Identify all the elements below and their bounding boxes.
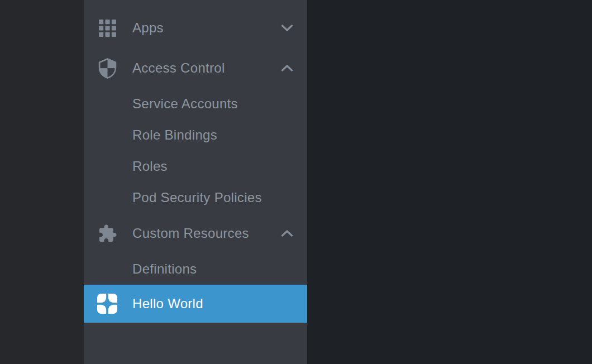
sidebar-group-apps[interactable]: Apps xyxy=(84,8,307,48)
app-window: Apps xyxy=(0,0,592,364)
sidebar-item-roles[interactable]: Roles xyxy=(84,151,307,182)
sidebar-item-label: Role Bindings xyxy=(132,127,217,143)
sidebar-item-service-accounts[interactable]: Service Accounts xyxy=(84,88,307,119)
sidebar-item-pod-security-policies[interactable]: Pod Security Policies xyxy=(84,182,307,213)
chevron-down-icon xyxy=(281,24,293,32)
sidebar-item-label: Hello World xyxy=(132,296,203,312)
sidebar-nav: Apps xyxy=(84,0,307,364)
chevron-up-icon xyxy=(281,64,293,72)
sidebar-item-label: Roles xyxy=(132,159,168,174)
sidebar-item-hello-world[interactable]: Hello World xyxy=(84,285,307,323)
apps-grid-icon xyxy=(98,20,117,37)
sidebar-item-role-bindings[interactable]: Role Bindings xyxy=(84,119,307,151)
sidebar-item-definitions[interactable]: Definitions xyxy=(84,253,307,285)
sidebar-group-custom-resources[interactable]: Custom Resources xyxy=(84,213,307,253)
page-background-left xyxy=(0,0,84,364)
sidebar-group-label: Custom Resources xyxy=(132,226,281,241)
sidebar-item-label: Definitions xyxy=(132,261,197,277)
puzzle-piece-icon xyxy=(98,224,117,243)
shield-icon xyxy=(98,58,117,79)
sidebar-item-label: Pod Security Policies xyxy=(132,190,262,205)
hello-world-star-icon xyxy=(97,294,117,314)
sidebar-group-label: Apps xyxy=(132,20,281,36)
chevron-up-icon xyxy=(281,229,293,237)
sidebar-group-label: Access Control xyxy=(132,60,281,76)
sidebar-group-access-control[interactable]: Access Control xyxy=(84,48,307,88)
sidebar-item-label: Service Accounts xyxy=(132,96,238,112)
page-background-right xyxy=(307,0,592,364)
